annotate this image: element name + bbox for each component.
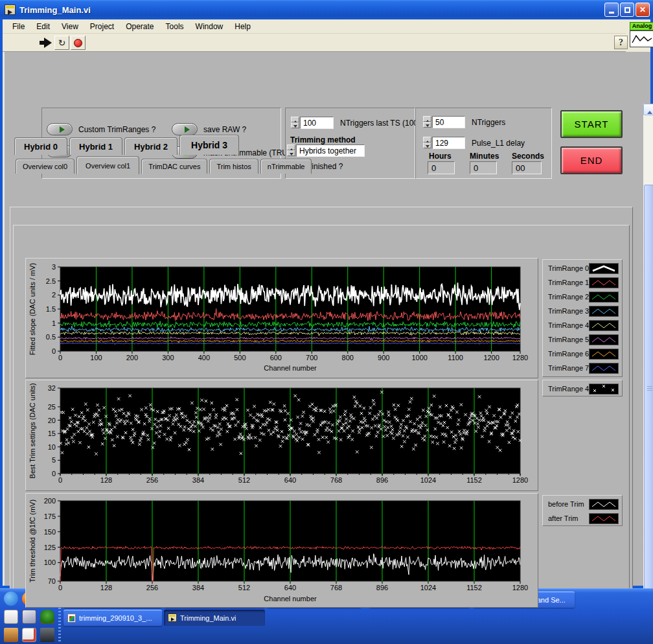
ntriggers-spinner[interactable] (423, 116, 431, 128)
maximize-button[interactable] (620, 3, 634, 17)
svg-text:10: 10 (48, 443, 56, 451)
legend-item-trimrange-6[interactable]: TrimRange 6 (543, 347, 622, 361)
svg-text:0.5: 0.5 (46, 333, 56, 341)
quicklaunch-notepad-icon[interactable] (4, 610, 18, 624)
pulse-delay-field[interactable]: 129 (432, 137, 465, 149)
pulse-delay-spinner[interactable] (423, 137, 431, 148)
hours-label: Hours (429, 152, 452, 161)
quicklaunch-ie-icon[interactable] (4, 592, 18, 606)
menu-window[interactable]: Window (190, 21, 229, 32)
legend-plot-sample-icon[interactable] (589, 513, 619, 524)
tab-hybrid-3[interactable]: Hybrid 3 (179, 135, 239, 155)
legend-plot-sample-icon[interactable] (589, 349, 619, 360)
end-button[interactable]: END (560, 146, 623, 174)
start-button[interactable]: START (560, 110, 623, 138)
scroll-up-arrow-icon[interactable] (643, 104, 653, 115)
legend-plot-sample-icon[interactable] (589, 292, 619, 303)
legend-plot-sample-icon[interactable] (589, 320, 619, 331)
legend-item-trimrange-4[interactable]: TrimRange 4 (543, 382, 622, 396)
svg-text:100: 100 (44, 558, 56, 566)
toggle-custom-trimranges-[interactable]: Custom TrimRanges ? (47, 123, 155, 135)
close-button[interactable]: ✕ (636, 3, 650, 17)
svg-text:768: 768 (330, 476, 342, 484)
toggle-button-icon[interactable] (172, 123, 198, 135)
window-title: Trimming_Main.vi (19, 5, 91, 15)
vertical-scrollbar[interactable] (643, 104, 653, 638)
toggle-button-icon[interactable] (47, 123, 73, 135)
scrollbar-thumb[interactable] (644, 185, 653, 595)
legend-plot-sample-icon[interactable] (589, 277, 619, 288)
legend-item-trimrange-2[interactable]: TrimRange 2 (543, 290, 622, 304)
svg-text:100: 100 (90, 354, 102, 362)
tab-hybrid-2[interactable]: Hybrid 2 (124, 137, 178, 155)
svg-text:25: 25 (48, 403, 56, 411)
subtab-trimdac-curves[interactable]: TrimDAC curves (141, 159, 207, 174)
svg-text:175: 175 (44, 512, 56, 520)
task-button-trimming-main-vi[interactable]: Trimming_Main.vi (164, 610, 265, 626)
legend-plot-sample-icon[interactable] (589, 499, 619, 510)
quicklaunch-reader-icon[interactable] (4, 628, 18, 642)
task-button-trimming-290910-3-[interactable]: trimming_290910_3_... (63, 610, 162, 626)
hybrid-tabs: Hybrid 0Hybrid 1Hybrid 2Hybrid 3 (14, 135, 239, 155)
legend-label: before Trim (548, 500, 584, 508)
legend-plot-sample-icon[interactable] (589, 334, 619, 345)
finished-label: finished ? (310, 162, 343, 171)
menu-operate[interactable]: Operate (120, 21, 159, 32)
menu-help[interactable]: Help (229, 21, 257, 32)
menu-view[interactable]: View (56, 21, 84, 32)
legend-label: TrimRange 6 (548, 350, 589, 358)
toggle-save-raw-[interactable]: save RAW ? (172, 123, 246, 135)
legend-plot-sample-icon[interactable] (589, 263, 619, 274)
ntriggers-last-label: NTriggers last TS (100) (340, 119, 420, 128)
quicklaunch-remote-desktop-icon[interactable] (22, 610, 36, 624)
ntriggers-last-field[interactable]: 100 (300, 117, 334, 129)
svg-text:896: 896 (376, 476, 388, 484)
ntriggers-last-spinner[interactable] (291, 117, 299, 128)
legend-plot-sample-icon[interactable] (589, 306, 619, 317)
subtab-overview-col0[interactable]: Overview col0 (16, 159, 74, 174)
legend-item-after-trim[interactable]: after Trim (543, 511, 622, 525)
legend-item-trimrange-1[interactable]: TrimRange 1 (543, 275, 622, 290)
legend-plot-sample-icon[interactable] (589, 384, 619, 395)
seconds-label: Seconds (512, 152, 544, 161)
view-tabs: Overview col0Overview col1TrimDAC curves… (16, 155, 312, 174)
legend-item-trimrange-0[interactable]: TrimRange 0 (543, 261, 622, 275)
legend-item-trimrange-4[interactable]: TrimRange 4 (543, 318, 622, 332)
tab-hybrid-1[interactable]: Hybrid 1 (69, 137, 122, 155)
legend-item-trimrange-7[interactable]: TrimRange 7 (543, 361, 622, 375)
labview-icon (168, 614, 177, 622)
tab-hybrid-0[interactable]: Hybrid 0 (14, 137, 67, 155)
svg-text:500: 500 (234, 354, 246, 362)
svg-text:3: 3 (52, 263, 56, 271)
waveform-icon[interactable] (630, 30, 653, 47)
svg-text:5: 5 (52, 456, 56, 464)
run-button[interactable] (39, 36, 53, 49)
svg-text:256: 256 (146, 476, 158, 484)
menu-edit[interactable]: Edit (30, 21, 56, 32)
legend-item-trimrange-5[interactable]: TrimRange 5 (543, 332, 622, 347)
quicklaunch-terminal-icon[interactable] (40, 628, 54, 642)
legend-item-trimrange-3[interactable]: TrimRange 3 (543, 304, 622, 318)
menu-tools[interactable]: Tools (160, 21, 190, 32)
quicklaunch-report-icon[interactable] (22, 628, 36, 642)
threshold-legend: before Trimafter Trim (542, 495, 623, 526)
legend-label: TrimRange 4 (548, 385, 589, 393)
seconds-value: 00 (512, 161, 542, 174)
run-continuous-button[interactable]: ↻ (54, 36, 69, 50)
menu-project[interactable]: Project (84, 21, 120, 32)
quicklaunch-root-icon[interactable] (40, 610, 54, 624)
title-bar[interactable]: Trimming_Main.vi ✕ (0, 0, 653, 19)
context-help-button[interactable]: ? (614, 36, 628, 49)
subtab-overview-col1[interactable]: Overview col1 (76, 156, 139, 174)
abort-button[interactable] (71, 36, 86, 50)
legend-plot-sample-icon[interactable] (589, 363, 619, 374)
minimize-button[interactable] (604, 3, 619, 17)
ntriggers-field[interactable]: 50 (432, 116, 465, 128)
legend-item-before-trim[interactable]: before Trim (543, 497, 622, 511)
menu-file[interactable]: File (6, 21, 30, 32)
subtab-ntrimmable[interactable]: nTrimmable (260, 159, 312, 174)
minutes-label: Minutes (470, 152, 499, 161)
subtab-trim-histos[interactable]: Trim histos (209, 159, 258, 174)
trimming-method-spinner[interactable] (287, 144, 295, 156)
svg-text:400: 400 (198, 354, 210, 362)
